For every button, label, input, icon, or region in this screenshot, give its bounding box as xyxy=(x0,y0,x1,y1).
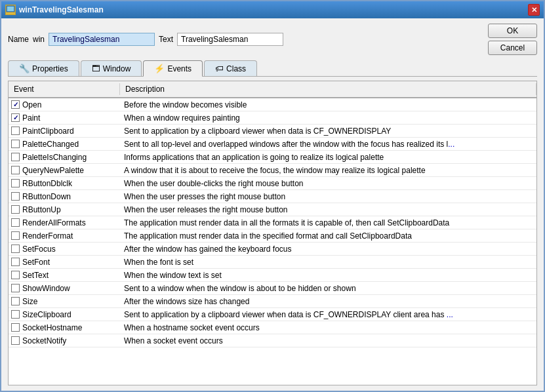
event-name: SetText xyxy=(22,271,49,280)
tab-properties[interactable]: 🔧 Properties xyxy=(8,60,79,76)
table-row[interactable]: OpenBefore the window becomes visible xyxy=(9,98,536,111)
main-content: Name win Text OK Cancel 🔧 Properties 🗔 W… xyxy=(1,18,544,391)
table-row[interactable]: PaintWhen a window requires painting xyxy=(9,111,536,125)
class-icon: 🏷 xyxy=(215,64,224,73)
event-cell: PaintClipboard xyxy=(9,126,120,136)
event-checkbox[interactable] xyxy=(11,100,20,109)
event-checkbox[interactable] xyxy=(11,166,20,174)
description-cell: When the user releases the right mouse b… xyxy=(120,205,536,215)
event-checkbox[interactable] xyxy=(11,140,20,148)
event-cell: SetText xyxy=(9,270,120,281)
tab-window[interactable]: 🗔 Window xyxy=(81,60,142,76)
event-checkbox[interactable] xyxy=(11,179,20,187)
description-cell: Sent to a window when the window is abou… xyxy=(120,283,536,294)
table-row[interactable]: ShowWindowSent to a window when the wind… xyxy=(9,282,536,295)
table-row[interactable]: SocketNotifyWhen a socket event occurs xyxy=(9,334,536,347)
event-checkbox[interactable] xyxy=(11,245,20,253)
col-description-header: Description xyxy=(120,83,536,95)
description-cell: The application must render data in all … xyxy=(120,218,536,228)
event-name: RenderAllFormats xyxy=(22,218,86,227)
event-cell: Size xyxy=(9,296,120,307)
window-icon xyxy=(5,5,16,15)
description-cell: Informs applications that an application… xyxy=(120,152,536,163)
tab-properties-label: Properties xyxy=(32,64,68,73)
description-cell: The application must render data in the … xyxy=(120,231,536,241)
event-cell: RButtonDblclk xyxy=(9,178,120,189)
event-checkbox[interactable] xyxy=(11,113,20,122)
table-row[interactable]: RButtonDblclkWhen the user double-clicks… xyxy=(9,177,536,190)
event-name: SizeClipboard xyxy=(22,310,71,319)
event-checkbox[interactable] xyxy=(11,127,20,135)
tab-events[interactable]: ⚡ Events xyxy=(143,60,203,77)
event-checkbox[interactable] xyxy=(11,336,20,345)
event-cell: ShowWindow xyxy=(9,283,120,294)
table-row[interactable]: SocketHostnameWhen a hostname socket eve… xyxy=(9,321,536,334)
cancel-button[interactable]: Cancel xyxy=(488,41,537,55)
ok-button[interactable]: OK xyxy=(488,24,537,38)
event-checkbox[interactable] xyxy=(11,271,20,279)
event-checkbox[interactable] xyxy=(11,231,20,240)
event-checkbox[interactable] xyxy=(11,297,20,305)
event-checkbox[interactable] xyxy=(11,218,20,227)
tab-class[interactable]: 🏷 Class xyxy=(204,60,257,76)
event-checkbox[interactable] xyxy=(11,192,20,201)
tab-window-label: Window xyxy=(103,64,131,73)
table-row[interactable]: SizeClipboardSent to application by a cl… xyxy=(9,308,536,321)
description-cell: When a hostname socket event occurs xyxy=(120,323,536,333)
events-table: Event Description OpenBefore the window … xyxy=(8,81,537,385)
table-row[interactable]: RButtonUpWhen the user releases the righ… xyxy=(9,203,536,216)
table-row[interactable]: SizeAfter the windows size has changed xyxy=(9,295,536,308)
table-row[interactable]: QueryNewPaletteA window that it is about… xyxy=(9,164,536,177)
close-button[interactable]: ✕ xyxy=(528,4,540,16)
table-row[interactable]: RenderFormatThe application must render … xyxy=(9,229,536,243)
table-body[interactable]: OpenBefore the window becomes visiblePai… xyxy=(9,98,536,385)
description-cell: Before the window becomes visible xyxy=(120,100,536,110)
description-cell: After the windows size has changed xyxy=(120,296,536,307)
name-input[interactable] xyxy=(49,33,155,46)
event-name: RButtonDblclk xyxy=(22,179,72,188)
table-row[interactable]: PaletteIsChangingInforms applications th… xyxy=(9,151,536,164)
event-name: SetFont xyxy=(22,258,50,267)
event-name: PaintClipboard xyxy=(22,127,74,136)
event-checkbox[interactable] xyxy=(11,205,20,214)
tab-events-label: Events xyxy=(167,64,192,73)
description-cell: Sent to all top-level and overlapped win… xyxy=(120,139,536,149)
event-cell: SocketHostname xyxy=(9,323,120,333)
description-cell: Sent to application by a clipboard viewe… xyxy=(120,309,536,320)
table-row[interactable]: SetFontWhen the font is set xyxy=(9,256,536,269)
event-cell: RenderFormat xyxy=(9,231,120,241)
event-cell: Paint xyxy=(9,113,120,123)
table-row[interactable]: SetTextWhen the window text is set xyxy=(9,269,536,282)
name-label: Name xyxy=(8,35,29,44)
table-row[interactable]: PaintClipboardSent to application by a c… xyxy=(9,125,536,138)
table-row[interactable]: PaletteChangedSent to all top-level and … xyxy=(9,138,536,151)
table-header: Event Description xyxy=(9,81,536,98)
top-bar: Name win Text OK Cancel xyxy=(8,24,537,55)
table-row[interactable]: RButtonDownWhen the user presses the rig… xyxy=(9,190,536,203)
event-cell: QueryNewPalette xyxy=(9,165,120,176)
text-label: Text xyxy=(159,35,173,44)
title-bar-left: winTravelingSalesman xyxy=(5,5,104,15)
event-cell: PaletteIsChanging xyxy=(9,152,120,163)
event-checkbox[interactable] xyxy=(11,153,20,161)
text-input[interactable] xyxy=(177,33,283,46)
event-cell: RenderAllFormats xyxy=(9,218,120,228)
event-checkbox[interactable] xyxy=(11,323,20,332)
event-name: RenderFormat xyxy=(22,231,73,241)
event-cell: SetFocus xyxy=(9,244,120,254)
event-checkbox[interactable] xyxy=(11,258,20,266)
event-checkbox[interactable] xyxy=(11,310,20,319)
main-window: winTravelingSalesman ✕ Name win Text OK … xyxy=(0,0,545,392)
action-buttons: OK Cancel xyxy=(488,24,537,55)
event-checkbox[interactable] xyxy=(11,284,20,292)
table-row[interactable]: SetFocusAfter the window has gained the … xyxy=(9,243,536,256)
event-name: SetFocus xyxy=(22,245,56,254)
description-cell: When a socket event occurs xyxy=(120,336,536,346)
event-name: RButtonUp xyxy=(22,205,61,214)
table-row[interactable]: RenderAllFormatsThe application must ren… xyxy=(9,216,536,229)
event-name: Open xyxy=(22,100,41,109)
svg-rect-1 xyxy=(7,7,14,11)
event-cell: SetFont xyxy=(9,257,120,267)
tab-class-label: Class xyxy=(226,64,246,73)
top-bar-left: Name win Text xyxy=(8,33,481,46)
